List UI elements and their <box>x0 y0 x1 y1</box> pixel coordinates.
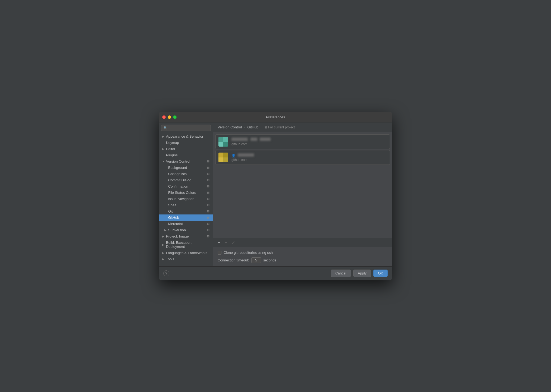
footer-right: Cancel Apply OK <box>331 270 388 277</box>
sidebar-item-subversion[interactable]: ▶ Subversion ⊞ <box>159 227 213 233</box>
timeout-input[interactable] <box>251 257 261 263</box>
blurred-extra <box>251 138 257 141</box>
project-scope: ⊞ For current project <box>264 125 295 129</box>
clone-ssh-checkbox[interactable] <box>218 251 221 255</box>
sidebar-label-keymap: Keymap <box>166 141 211 145</box>
accounts-toolbar: + − ✓ <box>213 238 392 247</box>
sidebar-item-file-status-colors[interactable]: File Status Colors ⊞ <box>159 189 213 196</box>
account-username: 👤 <box>231 153 254 157</box>
avatar-cell <box>218 157 223 162</box>
account-item[interactable]: 👤 github.com <box>215 150 390 165</box>
sidebar-item-editor[interactable]: ▶ Editor <box>159 146 213 152</box>
sidebar-item-appearance-behavior[interactable]: ▶ Appearance & Behavior <box>159 133 213 140</box>
sidebar-item-project-image[interactable]: ▶ Project: Image ⊞ <box>159 233 213 239</box>
help-button[interactable]: ? <box>163 270 169 276</box>
search-input[interactable] <box>169 126 208 130</box>
settings-icon-bg: ⊞ <box>207 166 211 169</box>
ok-button[interactable]: OK <box>373 270 388 277</box>
sidebar-item-background[interactable]: Background ⊞ <box>159 165 213 171</box>
sidebar-label-build: Build, Execution, Deployment <box>166 241 211 249</box>
add-account-button[interactable]: + <box>216 240 222 245</box>
chevron-down-icon: ▼ <box>162 160 166 163</box>
settings-icon-github: ⊞ <box>207 216 211 219</box>
sidebar-label-tools: Tools <box>166 257 211 261</box>
breadcrumb-separator: › <box>244 125 245 129</box>
sidebar-item-languages[interactable]: ▶ Languages & Frameworks <box>159 250 213 256</box>
sidebar-item-mercurial[interactable]: Mercurial ⊞ <box>159 221 213 227</box>
remove-account-button[interactable]: − <box>223 240 228 245</box>
preferences-window: Preferences 🔍 ▶ Appearance & Behavior <box>159 112 392 280</box>
blurred-extra2 <box>260 138 271 141</box>
avatar-cell <box>223 157 228 162</box>
sidebar-label-languages: Languages & Frameworks <box>166 251 211 255</box>
minimize-button[interactable] <box>168 115 171 119</box>
footer: ? Cancel Apply OK <box>159 266 392 280</box>
account-item[interactable]: github.com <box>215 134 390 149</box>
clone-ssh-option: Clone git repositories using ssh <box>218 251 388 255</box>
settings-icon: ⊞ <box>207 160 211 163</box>
sidebar-item-confirmation[interactable]: Confirmation ⊞ <box>159 183 213 189</box>
maximize-button[interactable] <box>173 115 177 119</box>
avatar-grid <box>218 137 228 147</box>
chevron-right-svn: ▶ <box>164 229 168 232</box>
chevron-right-proj: ▶ <box>162 235 166 238</box>
search-icon: 🔍 <box>164 126 167 130</box>
sidebar-item-shelf[interactable]: Shelf ⊞ <box>159 202 213 208</box>
sidebar-label-project: Project: Image <box>166 234 207 238</box>
avatar-cell <box>218 153 223 157</box>
chevron-right-build: ▶ <box>162 243 166 246</box>
settings-icon-cl: ⊞ <box>207 172 211 176</box>
sidebar-label-editor: Editor <box>166 147 211 151</box>
clone-ssh-label: Clone git repositories using ssh <box>224 251 273 255</box>
cancel-button[interactable]: Cancel <box>331 270 351 277</box>
account-host: github.com <box>231 142 271 146</box>
avatar-cell <box>218 142 223 147</box>
sidebar-label-version-control: Version Control <box>166 159 207 163</box>
main-panel: Version Control › GitHub ⊞ For current p… <box>213 122 392 266</box>
blurred-name2 <box>238 153 254 157</box>
chevron-right-icon-editor: ▶ <box>162 147 166 150</box>
sidebar-label-issue-nav: Issue Navigation <box>168 197 207 201</box>
breadcrumb-root: Version Control <box>218 125 242 129</box>
avatar-cell <box>223 142 228 147</box>
account-icon: 👤 <box>231 154 236 157</box>
settings-icon-in: ⊞ <box>207 197 211 201</box>
sidebar-item-changelists[interactable]: Changelists ⊞ <box>159 171 213 177</box>
connection-timeout-option: Connection timeout: seconds <box>218 257 388 263</box>
account-info: 👤 github.com <box>231 153 254 162</box>
settings-icon-fsc: ⊞ <box>207 191 211 194</box>
sidebar-item-git[interactable]: Git ⊞ <box>159 208 213 214</box>
close-button[interactable] <box>162 115 166 119</box>
settings-icon-cd: ⊞ <box>207 178 211 182</box>
settings-icon-shelf: ⊞ <box>207 203 211 207</box>
sidebar-item-version-control[interactable]: ▼ Version Control ⊞ <box>159 158 213 165</box>
sidebar-label-appearance: Appearance & Behavior <box>166 134 211 138</box>
sidebar-item-commit-dialog[interactable]: Commit Dialog ⊞ <box>159 177 213 183</box>
sidebar-item-github[interactable]: GitHub ⊞ <box>159 214 213 221</box>
account-host: github.com <box>231 158 254 162</box>
sidebar-item-build-execution[interactable]: ▶ Build, Execution, Deployment <box>159 239 213 250</box>
project-icon: ⊞ <box>264 125 267 129</box>
sidebar-item-tools[interactable]: ▶ Tools <box>159 256 213 262</box>
account-info: github.com <box>231 138 271 146</box>
sidebar-item-plugins[interactable]: Plugins <box>159 152 213 158</box>
seconds-label: seconds <box>263 258 276 262</box>
titlebar: Preferences <box>159 112 392 122</box>
account-username <box>231 138 271 142</box>
window-title: Preferences <box>266 115 285 119</box>
sidebar-label-mercurial: Mercurial <box>168 222 207 226</box>
sidebar-item-issue-navigation[interactable]: Issue Navigation ⊞ <box>159 196 213 202</box>
accounts-list: github.com 👤 <box>213 132 392 238</box>
settings-icon-git: ⊞ <box>207 210 211 213</box>
apply-button[interactable]: Apply <box>353 270 371 277</box>
avatar <box>218 153 228 162</box>
avatar <box>218 137 228 147</box>
chevron-right-tools: ▶ <box>162 258 166 261</box>
edit-account-button[interactable]: ✓ <box>230 240 237 245</box>
options-section: Clone git repositories using ssh Connect… <box>213 247 392 266</box>
sidebar: 🔍 ▶ Appearance & Behavior Keymap ▶ <box>159 122 213 266</box>
search-box[interactable]: 🔍 <box>161 125 211 131</box>
chevron-right-lang: ▶ <box>162 251 166 254</box>
sidebar-item-keymap[interactable]: Keymap <box>159 140 213 146</box>
sidebar-label-plugins: Plugins <box>166 153 211 157</box>
